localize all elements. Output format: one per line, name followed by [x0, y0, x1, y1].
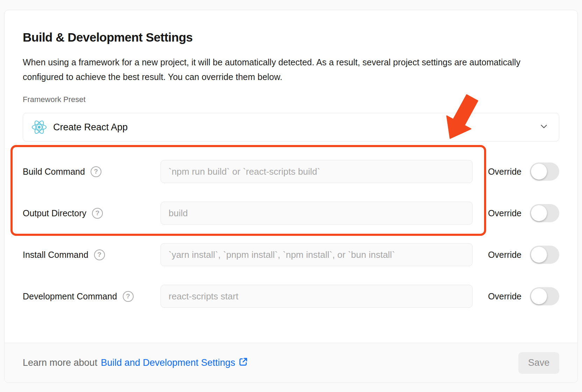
- help-icon[interactable]: ?: [123, 291, 134, 302]
- development-command-label: Development Command: [23, 291, 117, 302]
- framework-preset-value: Create React App: [53, 122, 539, 133]
- development-command-override-toggle[interactable]: [530, 287, 559, 305]
- framework-preset-select[interactable]: Create React App: [23, 113, 559, 141]
- development-command-input[interactable]: [161, 285, 473, 308]
- build-command-input[interactable]: [161, 160, 473, 183]
- footer-text: Learn more about: [23, 357, 97, 368]
- external-link-icon: [239, 357, 248, 369]
- build-dev-settings-docs-link[interactable]: Build and Development Settings: [101, 357, 248, 369]
- page-description: When using a framework for a new project…: [23, 55, 533, 84]
- toggle-knob: [531, 205, 547, 221]
- output-directory-input[interactable]: [161, 202, 473, 225]
- toggle-knob: [531, 247, 547, 263]
- install-command-label: Install Command: [23, 250, 88, 260]
- help-icon[interactable]: ?: [91, 166, 101, 177]
- build-command-label: Build Command: [23, 167, 85, 177]
- page-title: Build & Development Settings: [23, 29, 559, 46]
- build-command-override-toggle[interactable]: [530, 162, 559, 181]
- override-label: Override: [488, 208, 521, 218]
- build-dev-settings-card: Build & Development Settings When using …: [4, 10, 578, 383]
- toggle-knob: [531, 288, 547, 304]
- output-directory-row: Output Directory ? Override: [23, 202, 559, 225]
- install-command-row: Install Command ? Override: [23, 243, 559, 266]
- help-icon[interactable]: ?: [94, 249, 105, 260]
- react-logo-icon: [31, 119, 47, 135]
- build-command-row: Build Command ? Override: [23, 160, 559, 183]
- save-button[interactable]: Save: [518, 352, 559, 374]
- output-directory-override-toggle[interactable]: [530, 204, 559, 222]
- override-label: Override: [488, 167, 521, 177]
- chevron-down-icon: [539, 121, 549, 133]
- override-label: Override: [488, 250, 521, 260]
- development-command-row: Development Command ? Override: [23, 285, 559, 308]
- footer-link-label: Build and Development Settings: [101, 357, 235, 368]
- help-icon[interactable]: ?: [92, 208, 103, 219]
- override-label: Override: [488, 291, 521, 302]
- card-footer: Learn more about Build and Development S…: [5, 343, 577, 383]
- install-command-override-toggle[interactable]: [530, 246, 559, 264]
- toggle-knob: [531, 164, 547, 180]
- output-directory-label: Output Directory: [23, 208, 86, 218]
- install-command-input[interactable]: [161, 243, 473, 266]
- framework-preset-label: Framework Preset: [23, 95, 559, 104]
